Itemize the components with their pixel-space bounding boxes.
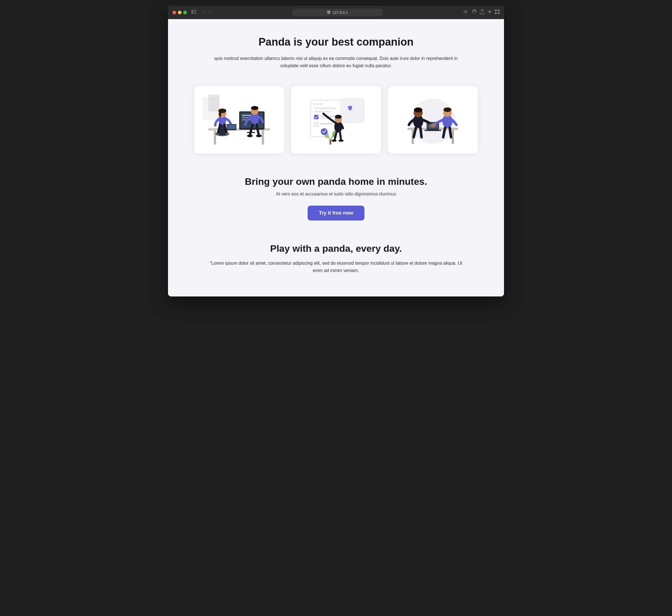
browser-navigation: ‹ › xyxy=(202,10,211,15)
try-free-button[interactable]: Try it free now xyxy=(307,206,365,221)
svg-point-37 xyxy=(320,103,322,105)
svg-point-26 xyxy=(219,111,221,117)
svg-rect-0 xyxy=(191,10,193,14)
svg-rect-45 xyxy=(340,99,364,123)
browser-window: ‹ › 127.0.0.1 译 xyxy=(168,6,504,296)
svg-point-67 xyxy=(444,107,451,112)
address-bar-container: 127.0.0.1 xyxy=(215,9,460,16)
reload-icon[interactable] xyxy=(472,10,477,15)
svg-rect-13 xyxy=(262,131,264,145)
card-1 xyxy=(194,86,284,154)
browser-chrome: ‹ › 127.0.0.1 译 xyxy=(168,6,504,19)
svg-rect-7 xyxy=(495,12,497,14)
cards-section xyxy=(185,86,487,154)
maximize-button[interactable] xyxy=(183,11,187,14)
svg-point-32 xyxy=(247,134,253,137)
svg-rect-43 xyxy=(314,122,318,127)
svg-point-64 xyxy=(414,107,423,113)
grid-icon[interactable] xyxy=(495,10,500,15)
svg-rect-3 xyxy=(194,13,196,14)
page-content: Panda is your best companion quis nostru… xyxy=(168,19,504,296)
svg-rect-39 xyxy=(314,111,331,113)
address-bar[interactable]: 127.0.0.1 xyxy=(292,9,383,16)
card-1-illustration xyxy=(194,86,284,154)
cta-title: Bring your own panda home in minutes. xyxy=(185,176,487,187)
svg-rect-61 xyxy=(424,130,441,131)
back-button[interactable]: ‹ xyxy=(202,10,206,15)
svg-rect-28 xyxy=(227,125,236,129)
svg-rect-48 xyxy=(329,140,331,145)
card-3 xyxy=(388,86,478,154)
shield-icon xyxy=(327,10,330,15)
svg-rect-6 xyxy=(498,10,500,11)
svg-rect-12 xyxy=(214,131,216,145)
play-description: "Lorem ipsum dolor sit amet, consectetur… xyxy=(209,260,463,274)
card-3-illustration xyxy=(388,86,478,154)
svg-point-53 xyxy=(339,140,344,142)
card-2 xyxy=(291,86,381,154)
url-text: 127.0.0.1 xyxy=(332,10,348,15)
svg-rect-8 xyxy=(498,12,500,14)
browser-traffic-lights xyxy=(172,11,187,14)
minimize-button[interactable] xyxy=(178,11,181,14)
section-cta: Bring your own panda home in minutes. At… xyxy=(185,176,487,221)
sidebar-toggle-icon[interactable] xyxy=(191,10,196,15)
new-tab-icon[interactable] xyxy=(488,10,492,15)
share-icon[interactable] xyxy=(480,9,484,15)
svg-point-35 xyxy=(313,103,316,105)
svg-rect-2 xyxy=(194,12,196,12)
browser-action-buttons: 译 xyxy=(464,9,500,15)
card-2-illustration xyxy=(291,86,381,154)
svg-point-68 xyxy=(430,123,436,128)
svg-rect-1 xyxy=(194,10,196,11)
svg-rect-44 xyxy=(320,123,333,124)
hero-title: Panda is your best companion xyxy=(185,36,487,48)
cta-description: At vero eos et accusamus et iusto odio d… xyxy=(185,192,487,197)
forward-button[interactable]: › xyxy=(208,10,212,15)
svg-text:译: 译 xyxy=(464,10,468,14)
translate-icon[interactable]: 译 xyxy=(464,10,469,15)
play-title: Play with a panda, every day. xyxy=(185,243,487,254)
section-hero: Panda is your best companion quis nostru… xyxy=(185,36,487,69)
svg-point-33 xyxy=(256,134,262,137)
svg-point-36 xyxy=(317,103,319,105)
svg-point-31 xyxy=(251,106,258,110)
svg-rect-38 xyxy=(314,107,337,109)
svg-rect-10 xyxy=(208,95,219,111)
close-button[interactable] xyxy=(172,11,176,14)
section-play: Play with a panda, every day. "Lorem ips… xyxy=(185,243,487,274)
svg-point-51 xyxy=(335,115,342,119)
svg-rect-5 xyxy=(495,10,497,11)
svg-point-52 xyxy=(331,140,337,142)
hero-description: quis nostrud exercitation ullamco labori… xyxy=(209,55,463,69)
